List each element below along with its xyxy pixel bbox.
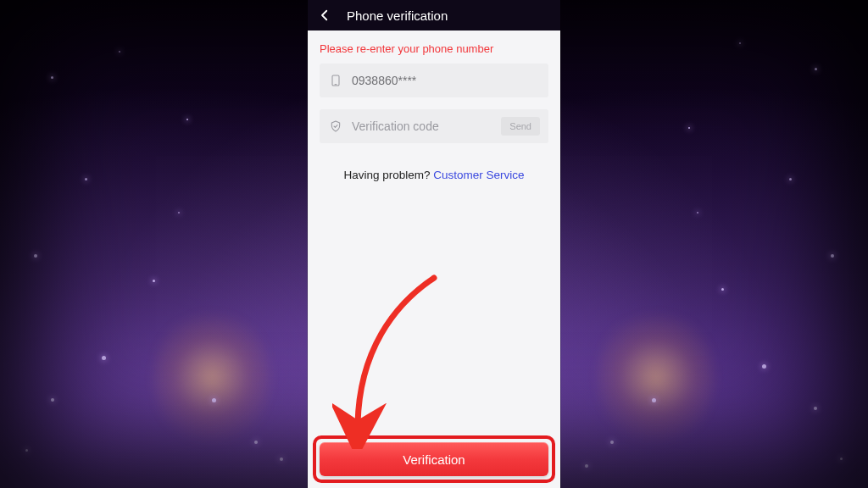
app-header: Phone verification <box>308 0 560 30</box>
phone-input[interactable]: 0938860**** <box>320 64 548 97</box>
bottom-action-bar: Verification <box>308 430 560 488</box>
error-message: Please re-enter your phone number <box>320 42 548 55</box>
annotation-highlight: Verification <box>313 435 555 483</box>
chevron-left-icon <box>317 8 332 23</box>
phone-screen: Phone verification Please re-enter your … <box>308 0 560 488</box>
code-placeholder: Verification code <box>352 119 492 133</box>
help-prompt: Having problem? <box>343 169 433 181</box>
send-code-button[interactable]: Send <box>501 117 540 136</box>
help-row: Having problem? Customer Service <box>320 169 548 181</box>
phone-value: 0938860**** <box>352 74 540 87</box>
phone-icon <box>328 73 343 88</box>
customer-service-link[interactable]: Customer Service <box>433 169 524 181</box>
page-title: Phone verification <box>347 8 448 23</box>
back-button[interactable] <box>316 7 333 24</box>
verification-button[interactable]: Verification <box>320 442 548 476</box>
form-area: Please re-enter your phone number 093886… <box>308 30 560 430</box>
verification-code-input[interactable]: Verification code Send <box>320 109 548 143</box>
shield-check-icon <box>328 119 343 134</box>
